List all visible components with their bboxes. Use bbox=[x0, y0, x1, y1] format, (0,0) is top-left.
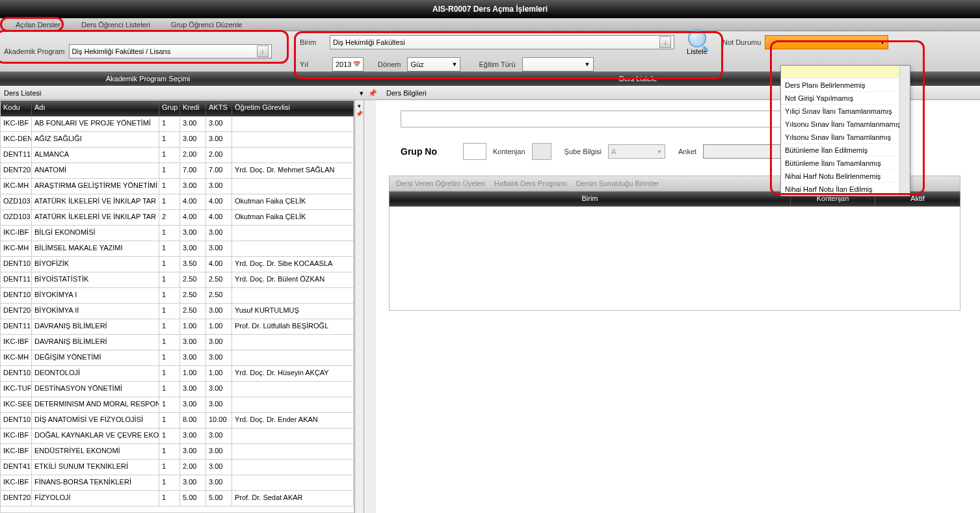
cell-kredi: 3.00 bbox=[180, 444, 206, 459]
cell-kredi: 8.00 bbox=[180, 413, 206, 428]
col-header-adi[interactable]: Adı bbox=[32, 101, 159, 116]
chevron-down-icon[interactable]: ▾ bbox=[358, 103, 361, 109]
table-row[interactable]: IKC-MHBİLİMSEL MAKALE YAZIMI13.003.00 bbox=[1, 241, 354, 257]
cell-akts: 2.50 bbox=[206, 272, 232, 287]
cell-adi: BİYOKİMYA I bbox=[32, 288, 159, 303]
menu-ders-ogrenci-listeleri[interactable]: Ders Öğrenci Listeleri bbox=[71, 18, 161, 31]
cell-akts: 3.00 bbox=[206, 116, 232, 131]
cell-adi: DEĞİŞİM YÖNETİMİ bbox=[32, 350, 159, 365]
dropdown-item[interactable]: Yıliçi Sınav İlanı Tamamlanmamış bbox=[781, 105, 910, 118]
pin-icon[interactable]: 📌 bbox=[364, 86, 371, 99]
menu-acilan-dersler[interactable]: Açılan Dersler bbox=[5, 18, 71, 31]
dcol-birim[interactable]: Birim bbox=[390, 192, 791, 206]
table-row[interactable]: IKC-IBFAB FONLARI VE PROJE YÖNETİMİ13.00… bbox=[1, 116, 354, 132]
tab-dersi-veren[interactable]: Dersi Veren Öğretim Üyeleri bbox=[396, 179, 485, 187]
tab-haftalik-program[interactable]: Haftalık Ders Programı bbox=[494, 179, 567, 187]
table-row[interactable]: IKC-IBFDOĞAL KAYNAKLAR VE ÇEVRE EKO13.00… bbox=[1, 428, 354, 444]
table-row[interactable]: IKC-MHARAŞTIRMA GELİŞTİRME YÖNETİMİ13.00… bbox=[1, 179, 354, 194]
cell-ogr bbox=[232, 335, 354, 350]
dropdown-arrow-icon[interactable]: ↓ bbox=[257, 46, 269, 57]
dropdown-item[interactable]: Nihai Harf Notu Belirlenmemiş bbox=[781, 170, 910, 183]
dropdown-item[interactable]: Not Girişi Yapılmamış bbox=[781, 92, 910, 105]
grup-no-input[interactable] bbox=[463, 143, 486, 160]
tab-sunuldugu-birimler[interactable]: Dersin Sunulduğu Birimler bbox=[576, 179, 659, 187]
yil-input[interactable]: 2013 📅 bbox=[332, 57, 364, 72]
dropdown-item[interactable] bbox=[781, 66, 910, 79]
table-row[interactable]: IKC-TUFDESTİNASYON YÖNETİMİ13.003.00 bbox=[1, 382, 354, 397]
cell-kredi: 4.00 bbox=[180, 194, 206, 209]
listele-button[interactable]: Listele bbox=[683, 29, 711, 55]
pin-icon[interactable]: 📌 bbox=[356, 111, 363, 117]
pin-icon[interactable]: ▾ bbox=[355, 86, 364, 99]
table-row[interactable]: IKC-DENAĞIZ SAĞLIĞI13.003.00 bbox=[1, 132, 354, 148]
dropdown-item[interactable]: Bütünleme İlanı Tamamlanmış bbox=[781, 157, 910, 170]
table-row[interactable]: DENT20BİYOKİMYA II12.503.00Yusuf KURTULM… bbox=[1, 304, 354, 319]
dropdown-item[interactable]: Yılsonu Sınav İlanı Tamamlanmış bbox=[781, 131, 910, 144]
table-row[interactable]: DENT11DAVRANIŞ BİLİMLERİ11.001.00Prof. D… bbox=[1, 319, 354, 335]
cell-ogr: Yusuf KURTULMUŞ bbox=[232, 304, 354, 319]
table-row[interactable]: IKC-IBFDAVRANIŞ BİLİMLERİ13.003.00 bbox=[1, 335, 354, 350]
menu-grup-ogrenci-duzenle[interactable]: Grup Öğrenci Düzenle bbox=[161, 18, 252, 31]
cell-kodu: OZD103 bbox=[1, 210, 32, 225]
cell-grup: 1 bbox=[159, 491, 180, 506]
cell-adi: ATATÜRK İLKELERİ VE İNKILAP TAR bbox=[32, 210, 159, 225]
donem-combo[interactable]: Güz ▼ bbox=[407, 57, 460, 72]
egitim-turu-combo[interactable]: ▼ bbox=[522, 57, 594, 72]
table-row[interactable]: IKC-IBFBİLGİ EKONOMİSİ13.003.00 bbox=[1, 226, 354, 241]
splitter[interactable] bbox=[364, 100, 376, 513]
table-row[interactable]: DENT11BİYOİSTATİSTİK12.502.50Yrd. Doç. D… bbox=[1, 272, 354, 288]
table-row[interactable]: DENT10DİŞ ANATOMİSİ VE FİZYOLOJİSİ18.001… bbox=[1, 413, 354, 428]
sube-bilgisi-combo[interactable]: A ▼ bbox=[608, 144, 665, 159]
dropdown-item[interactable]: Nihai Harf Notu İlan Edilmiş bbox=[781, 183, 910, 196]
col-header-ogretim[interactable]: Öğretim Görevlisi bbox=[232, 101, 354, 116]
yil-label: Yıl bbox=[300, 60, 326, 68]
cell-kredi: 3.00 bbox=[180, 226, 206, 241]
cell-kodu: DENT41 bbox=[1, 460, 32, 475]
table-row[interactable]: IKC-IBFFİNANS-BORSA TEKNİKLERİ13.003.00 bbox=[1, 475, 354, 491]
dropdown-arrow-icon[interactable]: ↓ bbox=[659, 36, 671, 48]
table-row[interactable]: DENT20ANATOMİ17.007.00Yrd. Doç. Dr. Mehm… bbox=[1, 163, 354, 179]
scrollbar[interactable] bbox=[899, 66, 910, 196]
cell-kredi: 3.00 bbox=[180, 382, 206, 397]
table-row[interactable]: OZD103ATATÜRK İLKELERİ VE İNKILAP TAR24.… bbox=[1, 210, 354, 226]
table-row[interactable]: DENT41ETKİLİ SUNUM TEKNİKLERİ12.003.00 bbox=[1, 460, 354, 475]
cell-akts: 4.00 bbox=[206, 257, 232, 272]
col-header-kredi[interactable]: Kredi bbox=[180, 101, 206, 116]
table-row[interactable]: OZD103ATATÜRK İLKELERİ VE İNKILAP TAR14.… bbox=[1, 194, 354, 210]
table-row[interactable]: DENT10DEONTOLOJİ11.001.00Yrd. Doç. Dr. H… bbox=[1, 366, 354, 382]
dropdown-item[interactable]: Ders Planı Belirlenmemiş bbox=[781, 79, 910, 92]
cell-adi: DESTİNASYON YÖNETİMİ bbox=[32, 382, 159, 397]
dropdown-item[interactable]: Bütünleme İlan Edilmemiş bbox=[781, 144, 910, 157]
akademik-program-combo[interactable]: Diş Hekimliği Fakültesi / Lisans ↓ bbox=[69, 44, 272, 59]
col-header-grup[interactable]: Grup bbox=[159, 101, 180, 116]
anket-combo[interactable] bbox=[703, 144, 781, 159]
table-row[interactable]: DENT11ALMANCA12.002.00 bbox=[1, 148, 354, 163]
table-row[interactable]: DENT10BİYOFİZİK13.504.00Yrd. Doç. Dr. Si… bbox=[1, 257, 354, 272]
pin-column: ▾ 📌 bbox=[354, 100, 364, 513]
col-header-akts[interactable]: AKTS bbox=[206, 101, 232, 116]
col-header-kodu[interactable]: Kodu bbox=[1, 101, 32, 116]
kontenjan-input[interactable] bbox=[532, 143, 551, 160]
cell-kodu: DENT10 bbox=[1, 288, 32, 303]
calendar-icon[interactable]: 📅 bbox=[353, 61, 360, 68]
dropdown-item[interactable]: Yılsonu Sınav İlanı Tamamlanmamış bbox=[781, 118, 910, 131]
table-row[interactable]: DENT10BİYOKİMYA I12.502.50 bbox=[1, 288, 354, 304]
cell-grup: 1 bbox=[159, 397, 180, 412]
not-durumu-dropdown[interactable]: Ders Planı BelirlenmemişNot Girişi Yapıl… bbox=[780, 65, 910, 196]
cell-grup: 1 bbox=[159, 194, 180, 209]
not-durumu-combo[interactable]: ▼ bbox=[765, 35, 888, 49]
grid-body[interactable]: IKC-IBFAB FONLARI VE PROJE YÖNETİMİ13.00… bbox=[1, 116, 354, 512]
cell-ogr bbox=[232, 397, 354, 412]
birim-combo[interactable]: Diş Hekimliği Fakültesi ↓ bbox=[330, 35, 674, 49]
table-row[interactable]: DENT20FİZYOLOJİ15.005.00Prof. Dr. Sedat … bbox=[1, 491, 354, 506]
cell-ogr: Okutman Faika ÇELİK bbox=[232, 210, 354, 225]
cell-akts: 3.00 bbox=[206, 460, 232, 475]
table-row[interactable]: IKC-SEEDETERMINISM AND MORAL RESPON13.00… bbox=[1, 397, 354, 413]
cell-kodu: IKC-MH bbox=[1, 241, 32, 256]
table-row[interactable]: IKC-IBFENDÜSTRİYEL EKONOMİ13.003.00 bbox=[1, 444, 354, 460]
cell-kredi: 3.50 bbox=[180, 257, 206, 272]
cell-grup: 1 bbox=[159, 116, 180, 131]
ders-adi-input[interactable] bbox=[401, 111, 836, 127]
cell-akts: 3.00 bbox=[206, 241, 232, 256]
table-row[interactable]: IKC-MHDEĞİŞİM YÖNETİMİ13.003.00 bbox=[1, 350, 354, 366]
